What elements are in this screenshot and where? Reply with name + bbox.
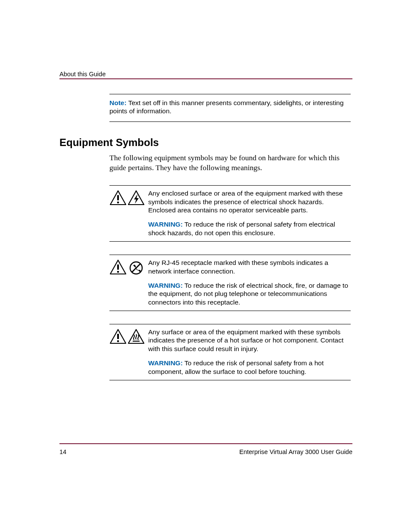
svg-rect-1 — [117, 195, 119, 200]
svg-point-12 — [117, 340, 119, 342]
symbol-desc: Any enclosed surface or area of the equi… — [148, 189, 351, 214]
symbol-text: Any surface or area of the equipment mar… — [148, 328, 351, 376]
footer-doc-title: Enterprise Virtual Array 3000 User Guide — [240, 448, 352, 455]
symbol-icons — [109, 328, 148, 344]
svg-point-7 — [117, 271, 119, 273]
running-header: About this Guide — [59, 71, 106, 78]
symbol-desc: Any RJ-45 receptacle marked with these s… — [148, 258, 351, 275]
svg-marker-4 — [134, 194, 139, 204]
section-intro: The following equipment symbols may be f… — [109, 153, 351, 173]
exclamation-triangle-icon — [109, 259, 127, 275]
symbol-text: Any RJ-45 receptacle marked with these s… — [148, 258, 351, 306]
no-phone-icon — [128, 259, 145, 275]
symbol-text: Any enclosed surface or area of the equi… — [148, 189, 351, 237]
content-area: Note: Text set off in this manner presen… — [59, 94, 352, 380]
svg-rect-6 — [117, 264, 119, 270]
note-text: Text set off in this manner presents com… — [109, 99, 344, 115]
warning-label: WARNING: — [148, 359, 183, 367]
symbol-icons — [109, 189, 148, 205]
section-heading: Equipment Symbols — [59, 137, 352, 149]
symbol-icons — [109, 258, 148, 275]
page: About this Guide Note: Text set off in t… — [0, 0, 411, 532]
svg-point-2 — [117, 202, 119, 204]
symbol-block-shock: Any enclosed surface or area of the equi… — [109, 185, 351, 242]
exclamation-triangle-icon — [109, 329, 127, 344]
hot-surface-triangle-icon — [128, 329, 145, 344]
footer-rule — [59, 443, 352, 444]
exclamation-triangle-icon — [109, 190, 127, 205]
warning-label: WARNING: — [148, 221, 183, 228]
page-number: 14 — [59, 448, 66, 455]
note-block: Note: Text set off in this manner presen… — [109, 94, 351, 122]
warning-label: WARNING: — [148, 282, 183, 289]
lightning-triangle-icon — [128, 190, 145, 205]
symbol-block-hot: Any surface or area of the equipment mar… — [109, 324, 351, 380]
svg-rect-11 — [117, 334, 119, 339]
header-rule — [59, 78, 352, 79]
symbol-block-rj45: Any RJ-45 receptacle marked with these s… — [109, 255, 351, 311]
symbol-desc: Any surface or area of the equipment mar… — [148, 328, 351, 353]
note-label: Note: — [109, 99, 127, 106]
